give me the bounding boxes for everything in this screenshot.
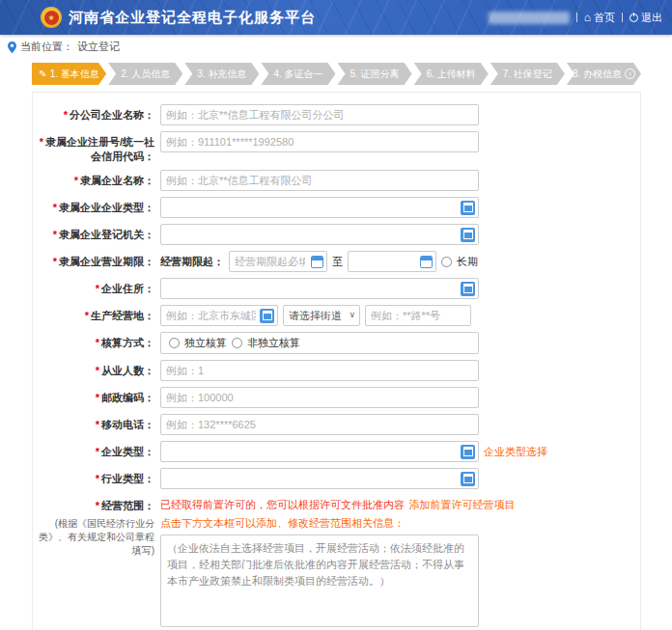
breadcrumb: 当前位置： 设立登记 <box>0 35 672 59</box>
parent-name-input[interactable] <box>160 170 479 191</box>
street-select[interactable]: 请选择街道 <box>283 305 360 326</box>
accounting-options-box: 独立核算 非独立核算 <box>160 332 479 354</box>
production-place-row: *生产经营地： 请选择街道 <box>33 305 640 326</box>
parent-type-label: 隶属企业企业类型： <box>59 202 154 213</box>
employees-input[interactable] <box>160 360 479 381</box>
step-tax-info[interactable]: 8. 办税信息 › <box>567 63 641 85</box>
term-longterm-label: 长期 <box>457 255 478 269</box>
step-personnel-info[interactable]: 2. 人员信息 <box>108 63 182 85</box>
address-row: *企业住所： <box>33 278 640 299</box>
scope-hint-red: 已经取得前置许可的，您可以根据许可文件批准内容 <box>160 499 405 510</box>
independent-accounting-radio[interactable] <box>169 338 180 348</box>
employees-row: *从业人数： <box>33 360 640 381</box>
industry-type-label: 行业类型： <box>101 473 154 484</box>
industry-type-row: *行业类型： <box>33 468 640 489</box>
required-star: * <box>40 136 43 148</box>
production-place-label: 生产经营地： <box>91 310 154 321</box>
required-star: * <box>96 419 99 430</box>
company-type-select-link[interactable]: 企业类型选择 <box>484 445 547 459</box>
accounting-label: 核算方式： <box>101 337 154 348</box>
logout-label: 退出 <box>641 11 662 25</box>
company-type-row: *企业类型： 企业类型选择 <box>33 441 640 462</box>
term-to-label: 至 <box>332 255 343 269</box>
postcode-input[interactable] <box>160 387 479 408</box>
required-star: * <box>85 310 89 321</box>
step-multi-cert[interactable]: 4. 多证合一 <box>261 63 335 85</box>
picker-icon[interactable] <box>461 201 475 215</box>
term-start-label: 经营期限起： <box>160 255 224 269</box>
parent-term-label: 隶属企业营业期限： <box>59 256 154 267</box>
required-star: * <box>96 446 99 457</box>
pencil-icon <box>39 68 46 79</box>
required-star: * <box>96 283 99 294</box>
parent-type-row: *隶属企业企业类型： <box>33 197 640 218</box>
business-scope-textarea[interactable] <box>160 534 479 627</box>
business-scope-note: (根据《国民经济行业分类》、有关规定和公司章程填写) <box>33 517 154 558</box>
parent-name-label: 隶属企业名称： <box>80 175 154 186</box>
calendar-icon[interactable] <box>311 256 323 268</box>
branch-name-row: *分公司企业名称： <box>33 104 640 125</box>
step-cert-separation[interactable]: 5. 证照分离 <box>338 63 412 85</box>
picker-icon[interactable] <box>260 309 274 323</box>
parent-reg-org-label: 隶属企业登记机关： <box>59 229 154 240</box>
required-star: * <box>96 337 99 348</box>
parent-code-input[interactable] <box>160 131 479 152</box>
basic-info-form: *分公司企业名称： *隶属企业注册号/统一社会信用代码： *隶属企业名称： *隶… <box>32 92 641 630</box>
header-user-area: 首页 退出 <box>489 11 662 25</box>
picker-icon[interactable] <box>461 228 475 242</box>
parent-code-row: *隶属企业注册号/统一社会信用代码： <box>33 131 640 164</box>
header-divider <box>622 13 623 22</box>
home-icon <box>584 12 591 23</box>
industry-type-input[interactable] <box>160 468 479 489</box>
independent-accounting-label: 独立核算 <box>184 336 227 350</box>
required-star: * <box>96 365 99 376</box>
picker-icon[interactable] <box>461 282 475 296</box>
business-scope-label: 经营范围： <box>101 500 154 511</box>
parent-reg-org-row: *隶属企业登记机关： <box>33 224 640 245</box>
mobile-row: *移动电话： <box>33 414 640 435</box>
accounting-row: *核算方式： 独立核算 非独立核算 <box>33 332 640 354</box>
home-link[interactable]: 首页 <box>584 11 615 25</box>
road-input[interactable] <box>365 305 471 326</box>
scope-hint-line2: 点击下方文本框可以添加、修改经营范围相关信息： <box>160 516 405 531</box>
step-social-security[interactable]: 7. 社保登记 <box>490 63 565 85</box>
postcode-label: 邮政编码： <box>101 392 154 403</box>
required-star: * <box>96 392 99 403</box>
required-star: * <box>53 202 57 213</box>
chevron-right-circle-icon[interactable]: › <box>625 68 635 79</box>
header-divider <box>576 13 577 22</box>
step-basic-info[interactable]: 1. 基本信息 <box>32 63 106 85</box>
scope-hint-line1: 已经取得前置许可的，您可以根据许可文件批准内容 添加前置许可经营项目 <box>160 495 515 512</box>
address-label: 企业住所： <box>101 283 154 294</box>
required-star: * <box>96 500 99 511</box>
required-star: * <box>74 175 78 186</box>
parent-reg-org-input[interactable] <box>160 224 479 245</box>
parent-type-input[interactable] <box>160 197 479 218</box>
app-header: ★ 河南省企业登记全程电子化服务平台 首页 退出 <box>0 0 672 35</box>
required-star: * <box>96 473 99 484</box>
step-upload-materials[interactable]: 6. 上传材料 <box>414 63 489 85</box>
picker-icon[interactable] <box>461 445 475 459</box>
postcode-row: *邮政编码： <box>33 387 640 408</box>
add-pre-license-link[interactable]: 添加前置许可经营项目 <box>408 499 515 510</box>
parent-term-row: *隶属企业营业期限： 经营期限起： 至 长期 <box>33 251 640 272</box>
step-supplement-info[interactable]: 3. 补充信息 <box>184 63 259 85</box>
branch-name-label: 分公司企业名称： <box>70 109 154 121</box>
address-input[interactable] <box>160 278 479 299</box>
company-type-input[interactable] <box>160 441 479 462</box>
street-select-wrap: 请选择街道 <box>283 305 360 326</box>
breadcrumb-current: 设立登记 <box>77 40 120 54</box>
picker-icon[interactable] <box>461 472 475 486</box>
calendar-icon[interactable] <box>420 256 433 268</box>
term-longterm-radio[interactable] <box>441 257 452 267</box>
required-star: * <box>53 256 57 267</box>
employees-label: 从业人数： <box>101 365 154 376</box>
logout-link[interactable]: 退出 <box>630 11 662 25</box>
mobile-label: 移动电话： <box>101 419 154 430</box>
non-independent-accounting-radio[interactable] <box>232 338 242 348</box>
required-star: * <box>53 229 57 240</box>
mobile-input[interactable] <box>160 414 479 435</box>
location-pin-icon <box>8 41 16 53</box>
home-label: 首页 <box>594 11 615 25</box>
branch-name-input[interactable] <box>160 104 479 125</box>
